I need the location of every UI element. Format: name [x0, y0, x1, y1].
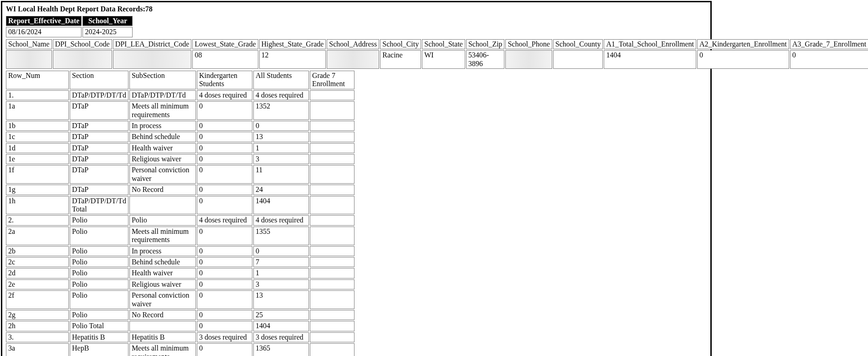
- detail-cell: 2g: [6, 310, 69, 320]
- detail-cell: DTaP: [70, 121, 128, 131]
- hdr-val-school-year: 2024-2025: [82, 27, 133, 37]
- detail-cell: 0: [197, 143, 252, 153]
- detail-cell: In process: [129, 246, 196, 256]
- detail-cell: 25: [253, 310, 309, 320]
- detail-cell: DTaP: [70, 185, 128, 195]
- detail-cell: No Record: [129, 310, 196, 320]
- detail-cell: 0: [197, 165, 252, 184]
- detail-cell: [310, 143, 354, 153]
- table-row: 1eDTaPReligious waiver03: [6, 154, 354, 164]
- hdr-col-school-year: School_Year: [82, 16, 133, 26]
- table-row: 2hPolio Total01404: [6, 321, 354, 331]
- detail-cell: 3.: [6, 332, 69, 342]
- school-val-2: [113, 50, 192, 69]
- school-col-a2: A2_Kindergarten_Enrollment: [697, 39, 789, 49]
- detail-cell: Health waiver: [129, 143, 196, 153]
- detail-col-subsection: SubSection: [129, 71, 196, 89]
- detail-cell: 1g: [6, 185, 69, 195]
- detail-cell: 0: [197, 246, 252, 256]
- detail-cell: 1c: [6, 132, 69, 142]
- table-row: 2fPolioPersonal conviction waiver013: [6, 290, 354, 309]
- school-col-zip: School_Zip: [466, 39, 505, 49]
- school-val-10: [553, 50, 603, 69]
- detail-cell: Hepatitis B: [129, 332, 196, 342]
- detail-cell: DTaP/DTP/DT/Td: [129, 90, 196, 100]
- detail-cell: 11: [253, 165, 309, 184]
- detail-cell: [310, 165, 354, 184]
- detail-cell: 0: [197, 132, 252, 142]
- detail-cell: Personal conviction waiver: [129, 290, 196, 309]
- table-row: 2.PolioPolio4 doses required4 doses requ…: [6, 215, 354, 225]
- detail-cell: Polio: [70, 268, 128, 278]
- detail-cell: 1e: [6, 154, 69, 164]
- detail-cell: 0: [197, 343, 252, 356]
- detail-cell: DTaP: [70, 143, 128, 153]
- detail-cell: 2a: [6, 227, 69, 245]
- detail-cell: [310, 185, 354, 195]
- detail-cell: [310, 310, 354, 320]
- detail-cell: [310, 343, 354, 356]
- detail-cell: 13: [253, 290, 309, 309]
- detail-cell: [310, 321, 354, 331]
- detail-cell: 2f: [6, 290, 69, 309]
- detail-cell: Polio: [70, 290, 128, 309]
- detail-cell: [129, 321, 196, 331]
- table-row: 3aHepBMeets all minimum requirements0136…: [6, 343, 354, 356]
- school-val-1: [53, 50, 112, 69]
- detail-cell: [310, 132, 354, 142]
- school-col-city: School_City: [380, 39, 421, 49]
- table-row: 2dPolioHealth waiver01: [6, 268, 354, 278]
- detail-cell: 13: [253, 132, 309, 142]
- detail-cell: Meets all minimum requirements: [129, 101, 196, 120]
- detail-cell: DTaP/DTP/DT/Td: [70, 90, 128, 100]
- detail-cell: Behind schedule: [129, 132, 196, 142]
- detail-cell: 0: [197, 154, 252, 164]
- table-row: 2cPolioBehind schedule07: [6, 257, 354, 267]
- school-col-low-grade: Lowest_State_Grade: [192, 39, 258, 49]
- school-col-a3: A3_Grade_7_Enrollment: [790, 39, 868, 49]
- detail-cell: 1355: [253, 227, 309, 245]
- detail-cell: 0: [197, 196, 252, 215]
- school-val-6: Racine: [380, 50, 421, 69]
- detail-cell: DTaP: [70, 165, 128, 184]
- detail-cell: 4 doses required: [253, 215, 309, 225]
- hdr-col-report-effective-date: Report_Effective_Date: [6, 16, 82, 26]
- detail-cell: 2c: [6, 257, 69, 267]
- school-col-address: School_Address: [327, 39, 379, 49]
- detail-cell: In process: [129, 121, 196, 131]
- detail-cell: Polio: [70, 246, 128, 256]
- table-row: 1dDTaPHealth waiver01: [6, 143, 354, 153]
- detail-cell: [310, 215, 354, 225]
- table-row: 2bPolioIn process00: [6, 246, 354, 256]
- detail-cell: Polio: [129, 215, 196, 225]
- detail-cell: [310, 279, 354, 289]
- detail-cell: 0: [197, 227, 252, 245]
- detail-cell: 0: [197, 279, 252, 289]
- detail-cell: Polio: [70, 227, 128, 245]
- detail-cell: 2d: [6, 268, 69, 278]
- detail-cell: DTaP: [70, 132, 128, 142]
- detail-cell: 2b: [6, 246, 69, 256]
- school-val-5: [327, 50, 379, 69]
- detail-cell: 1h: [6, 196, 69, 215]
- detail-cell: 1b: [6, 121, 69, 131]
- detail-cell: 4 doses required: [197, 90, 252, 100]
- school-val-12: 0: [697, 50, 789, 69]
- immunization-detail-table: Row_Num Section SubSection Kindergarten …: [5, 70, 355, 356]
- school-val-11: 1404: [604, 50, 696, 69]
- detail-cell: Polio: [70, 310, 128, 320]
- detail-cell: 1.: [6, 90, 69, 100]
- table-row: 1gDTaPNo Record024: [6, 185, 354, 195]
- detail-cell: 1404: [253, 196, 309, 215]
- detail-cell: Health waiver: [129, 268, 196, 278]
- detail-cell: 0: [197, 101, 252, 120]
- detail-cell: [310, 196, 354, 215]
- detail-cell: [129, 196, 196, 215]
- school-info-value-row: 0812 RacineWI53406-3896 140400: [6, 50, 868, 69]
- school-val-4: 12: [259, 50, 326, 69]
- school-col-dpi-school: DPI_School_Code: [53, 39, 112, 49]
- school-col-state: School_State: [422, 39, 465, 49]
- detail-cell: 1365: [253, 343, 309, 356]
- detail-col-kinder: Kindergarten Students: [197, 71, 252, 89]
- detail-cell: Personal conviction waiver: [129, 165, 196, 184]
